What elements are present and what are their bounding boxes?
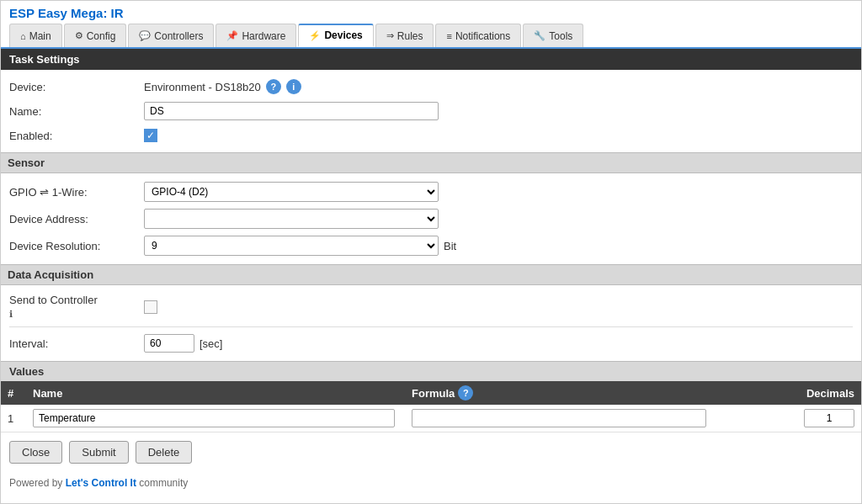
device-info-icon[interactable]: i — [286, 79, 301, 94]
resolution-label: Device Resolution: — [9, 240, 144, 252]
formula-input[interactable] — [412, 409, 706, 427]
device-label: Device: — [9, 81, 144, 93]
device-address-select[interactable] — [144, 209, 439, 229]
controllers-icon: 💬 — [139, 30, 151, 41]
nav-tabs: ⌂ Main ⚙ Config 💬 Controllers 📌 Hardware… — [9, 24, 853, 47]
send-controller-label: Send to Controller — [9, 294, 144, 308]
tab-rules-label: Rules — [397, 30, 423, 42]
divider — [9, 326, 853, 327]
device-address-label: Device Address: — [9, 213, 144, 225]
device-row: Device: Environment - DS18b20 ? i — [9, 75, 853, 98]
row-decimals-cell — [777, 405, 861, 432]
data-acquisition-header: Data Acquisition — [1, 264, 861, 285]
values-table-header-row: # Name Formula ? Decimals — [1, 381, 861, 405]
delete-button[interactable]: Delete — [136, 441, 193, 464]
tab-hardware-label: Hardware — [242, 30, 285, 42]
device-address-row: Device Address: — [9, 205, 853, 232]
col-name: Name — [26, 381, 405, 405]
name-label: Name: — [9, 105, 144, 118]
value-name-input[interactable] — [33, 409, 395, 427]
sensor-header: Sensor — [1, 152, 861, 173]
tab-tools[interactable]: 🔧 Tools — [523, 24, 583, 47]
device-value: Environment - DS18b20 — [144, 81, 261, 93]
col-decimals: Decimals — [777, 381, 861, 405]
main-icon: ⌂ — [20, 31, 26, 41]
tab-notifications[interactable]: ≡ Notifications — [435, 24, 521, 47]
tools-icon: 🔧 — [534, 30, 545, 41]
gpio-label: GPIO ⇌ 1-Wire: — [9, 186, 144, 199]
tab-main-label: Main — [29, 30, 51, 42]
device-help-icon[interactable]: ? — [266, 79, 281, 94]
button-area: Close Submit Delete — [1, 432, 861, 472]
interval-input[interactable] — [144, 334, 194, 353]
gpio-select[interactable]: GPIO-4 (D2) GPIO-5 (D1) GPIO-12 (D6) GPI… — [144, 182, 439, 202]
footer-powered-by: Powered by — [9, 477, 66, 489]
footer-suffix: community — [136, 477, 188, 489]
col-formula: Formula ? — [405, 381, 777, 405]
gpio-row: GPIO ⇌ 1-Wire: GPIO-4 (D2) GPIO-5 (D1) G… — [9, 178, 853, 205]
resolution-unit: Bit — [444, 240, 456, 252]
tab-hardware[interactable]: 📌 Hardware — [216, 24, 296, 47]
col-num: # — [1, 381, 26, 405]
devices-icon: ⚡ — [309, 30, 321, 41]
resolution-row: Device Resolution: 9 10 11 12 Bit — [9, 232, 853, 259]
enabled-checkbox[interactable]: ✓ — [144, 129, 157, 142]
tab-config[interactable]: ⚙ Config — [64, 24, 127, 47]
config-icon: ⚙ — [75, 30, 83, 41]
table-row: 1 — [1, 405, 861, 432]
send-controller-info: ℹ — [9, 308, 144, 320]
send-controller-row: Send to Controller ℹ — [9, 290, 853, 323]
footer: Powered by Let's Control It community — [1, 472, 861, 497]
tab-config-label: Config — [87, 30, 116, 42]
tab-devices-label: Devices — [324, 29, 362, 41]
tab-tools-label: Tools — [549, 30, 572, 42]
values-table: # Name Formula ? Decimals 1 — [1, 381, 861, 432]
decimals-input[interactable] — [804, 409, 854, 427]
enabled-row: Enabled: ✓ — [9, 124, 853, 147]
tab-main[interactable]: ⌂ Main — [9, 24, 62, 47]
hardware-icon: 📌 — [226, 30, 238, 41]
submit-button[interactable]: Submit — [69, 441, 128, 464]
tab-notifications-label: Notifications — [455, 30, 510, 42]
values-header: Values — [1, 361, 861, 381]
task-settings-header: Task Settings — [1, 49, 861, 70]
name-input[interactable] — [144, 102, 439, 120]
name-row: Name: — [9, 98, 853, 124]
page-title: ESP Easy Mega: IR — [9, 6, 853, 20]
tab-rules[interactable]: ⇒ Rules — [375, 24, 434, 47]
notifications-icon: ≡ — [446, 31, 451, 41]
row-formula-cell — [405, 405, 777, 432]
tab-controllers-label: Controllers — [154, 30, 203, 42]
rules-icon: ⇒ — [386, 30, 394, 41]
tab-controllers[interactable]: 💬 Controllers — [128, 24, 214, 47]
close-button[interactable]: Close — [9, 441, 62, 464]
formula-help-icon[interactable]: ? — [458, 385, 473, 401]
resolution-select[interactable]: 9 10 11 12 — [144, 236, 439, 256]
send-controller-checkbox[interactable] — [144, 300, 157, 314]
interval-unit: [sec] — [200, 337, 222, 350]
footer-link[interactable]: Let's Control It — [66, 477, 136, 489]
interval-row: Interval: [sec] — [9, 331, 853, 356]
interval-label: Interval: — [9, 337, 144, 350]
row-num: 1 — [1, 405, 26, 432]
tab-devices[interactable]: ⚡ Devices — [298, 24, 373, 47]
row-name-cell — [26, 405, 405, 432]
enabled-label: Enabled: — [9, 130, 144, 142]
